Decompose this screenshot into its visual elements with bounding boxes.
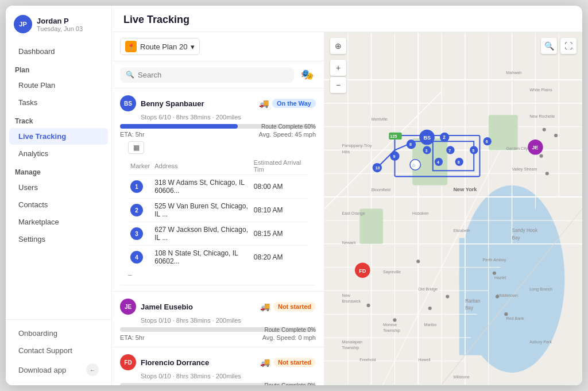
stops-table-bs: Marker Address Estimated Arrival Tim 1 3… [128, 157, 308, 269]
svg-text:Red Bank: Red Bank [506, 316, 524, 321]
svg-point-100 [543, 128, 546, 131]
svg-text:Valley Stream: Valley Stream [512, 167, 537, 172]
stop-marker: 3 [128, 222, 152, 246]
sidebar-item-contacts[interactable]: Contacts [9, 196, 108, 213]
driver-stops-bs: Stops 6/10 · 8hrs 38mins · 200miles [120, 114, 316, 121]
sidebar-item-live-tracking[interactable]: Live Tracking [9, 128, 108, 145]
sidebar-item-dashboard[interactable]: Dashboard [9, 43, 108, 60]
svg-text:Asbury Park: Asbury Park [529, 340, 552, 344]
col-eta: Estimated Arrival Tim [252, 157, 308, 175]
sidebar-item-settings[interactable]: Settings [9, 231, 108, 247]
sidebar-item-tasks[interactable]: Tasks [9, 94, 108, 111]
svg-text:New Rochelle: New Rochelle [529, 114, 555, 119]
svg-text:Old Bridge: Old Bridge [418, 287, 438, 292]
sidebar-item-users[interactable]: Users [9, 179, 108, 196]
sidebar-item-label: Live Tracking [18, 132, 66, 141]
svg-text:Freehold: Freehold [359, 358, 376, 362]
svg-text:8: 8 [409, 142, 412, 147]
route-icon: 📍 [125, 41, 137, 52]
svg-point-104 [416, 260, 420, 263]
col-address: Address [152, 157, 251, 175]
route-plan-dropdown[interactable]: 📍 Route Plan 20 ▾ [120, 38, 200, 55]
svg-text:FD: FD [359, 268, 366, 274]
svg-text:10: 10 [376, 166, 380, 171]
map-area: New York Parsippany-Troy Hills Montville… [324, 32, 582, 385]
svg-point-103 [446, 295, 449, 299]
show-more-button[interactable]: – [128, 269, 308, 281]
table-row: 4 108 N State St, Chicago, IL 60602... 0… [128, 246, 308, 269]
panel-toolbar: 📍 Route Plan 20 ▾ [112, 32, 324, 61]
zoom-search-button[interactable]: 🔍 [541, 38, 557, 54]
stop-address: 318 W Adams St, Chicago, IL 60606... [152, 175, 251, 199]
svg-text:Millstone: Millstone [454, 375, 470, 380]
sidebar-item-label: Tasks [18, 98, 37, 107]
sidebar-item-label: Analytics [18, 149, 48, 158]
svg-text:8: 8 [458, 160, 460, 165]
status-badge-bs: On the Way [272, 99, 316, 108]
stop-marker: 4 [128, 246, 152, 269]
stops-section-bs: ▦ Marker Address Estimated Arrival Tim [120, 138, 316, 285]
driver-stops-je: Stops 0/10 · 8hrs 38mins · 200miles [120, 317, 316, 324]
sidebar-item-analytics[interactable]: Analytics [9, 145, 108, 162]
svg-text:Garden City: Garden City [506, 146, 528, 151]
sidebar-item-download-app[interactable]: Download app ← [9, 359, 108, 380]
svg-text:Hazlet: Hazlet [494, 276, 506, 280]
truck-icon-fd: 🚚 [260, 358, 270, 367]
svg-point-106 [496, 295, 499, 299]
nav-section-manage: Manage [6, 162, 111, 179]
table-toggle-button[interactable]: ▦ [128, 141, 144, 154]
zoom-in-button[interactable]: + [330, 60, 346, 76]
avg-speed-bs: Avg. Speed: 45 mph [259, 131, 316, 138]
stop-time: 08:00 AM [252, 175, 308, 199]
sidebar-item-contact-support[interactable]: Contact Support [9, 342, 108, 359]
stop-address: 627 W Jackson Blvd, Chicago, IL ... [152, 222, 251, 246]
dropdown-chevron-icon: ▾ [191, 42, 195, 51]
drivers-list: BS Benny Spanbauer 🚚 On the Way Stops 6/… [112, 88, 324, 385]
route-plan-label: Route Plan 20 [140, 42, 187, 51]
driver-stops-fd: Stops 0/10 · 8hrs 38mins · 200miles [120, 373, 316, 380]
fullscreen-button[interactable]: ⛶ [560, 38, 577, 54]
user-profile: JP Jordan P Tuesday, Jun 03 [6, 6, 111, 40]
svg-text:Montville: Montville [372, 117, 388, 122]
status-badge-fd: Not started [273, 358, 316, 367]
stop-address: 108 N State St, Chicago, IL 60602... [152, 246, 251, 269]
sidebar-item-label: Contact Support [18, 346, 72, 355]
progress-fill-bs [120, 124, 238, 129]
map-controls-left: ⊕ + − [330, 38, 346, 93]
svg-text:Hills: Hills [342, 150, 350, 154]
svg-rect-32 [489, 115, 518, 150]
svg-text:Bloomfield: Bloomfield [372, 188, 390, 192]
nav-section-track: Track [6, 111, 111, 127]
back-button[interactable]: ← [86, 363, 99, 376]
svg-point-101 [554, 134, 558, 137]
svg-text:6: 6 [486, 140, 488, 144]
svg-text:Bay: Bay [512, 235, 521, 241]
target-location-button[interactable]: ⊕ [330, 38, 346, 54]
sidebar-item-onboarding[interactable]: Onboarding [9, 325, 108, 342]
left-panel: 📍 Route Plan 20 ▾ 🔍 🎭 [112, 32, 324, 385]
svg-text:New York: New York [454, 187, 478, 192]
search-input[interactable] [138, 71, 288, 79]
eta-je: ETA: 5hr [120, 334, 145, 341]
svg-text:East Orange: East Orange [342, 211, 365, 216]
svg-text:Bay: Bay [465, 305, 474, 311]
sidebar: JP Jordan P Tuesday, Jun 03 Dashboard Pl… [6, 6, 112, 385]
svg-text:3: 3 [425, 149, 428, 153]
sidebar-item-route-plan[interactable]: Route Plan [9, 77, 108, 94]
progress-label-fd: Route Complete 0% [265, 382, 316, 385]
sidebar-item-marketplace[interactable]: Marketplace [9, 214, 108, 230]
zoom-out-button[interactable]: − [330, 77, 346, 93]
face-filter-button[interactable]: 🎭 [299, 66, 316, 83]
svg-point-109 [366, 304, 370, 307]
driver-card-bs: BS Benny Spanbauer 🚚 On the Way Stops 6/… [112, 88, 324, 292]
progress-bar-bs: Route Complete 60% [120, 124, 316, 129]
driver-avatar-je: JE [120, 299, 136, 315]
stop-time: 08:15 AM [252, 222, 308, 246]
truck-icon: 🚚 [259, 99, 269, 108]
svg-point-110 [540, 154, 543, 158]
driver-avatar-bs: BS [120, 95, 136, 111]
stop-marker: 2 [128, 199, 152, 222]
progress-label-bs: Route Complete 60% [261, 123, 316, 130]
svg-text:JE: JE [532, 145, 538, 150]
svg-text:Monroe: Monroe [383, 323, 397, 327]
